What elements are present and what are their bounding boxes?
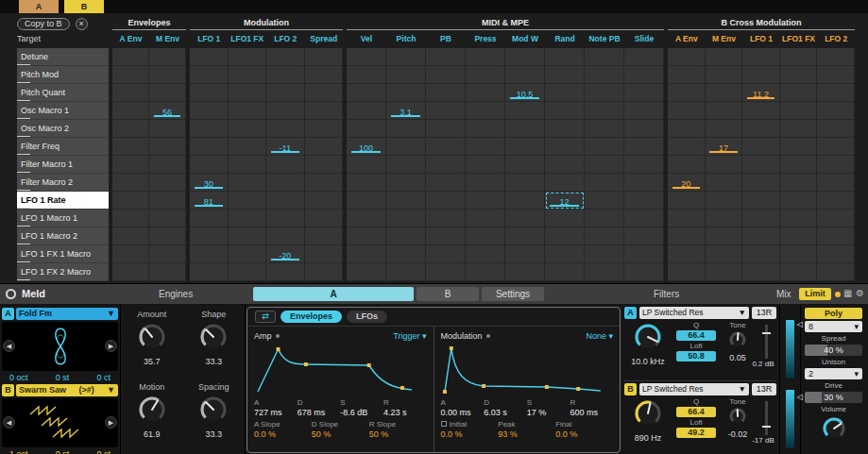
- matrix-cell[interactable]: [229, 227, 267, 245]
- matrix-cell[interactable]: [706, 66, 743, 84]
- filter-b-tone-knob[interactable]: [728, 407, 747, 426]
- matrix-cell[interactable]: [706, 102, 743, 120]
- matrix-cell[interactable]: [466, 227, 505, 245]
- matrix-cell[interactable]: [817, 138, 855, 156]
- matrix-cell[interactable]: [347, 66, 386, 84]
- matrix-row-label[interactable]: Filter Macro 1: [17, 156, 109, 174]
- matrix-cell[interactable]: [780, 66, 818, 84]
- matrix-cell[interactable]: [466, 210, 505, 227]
- matrix-cell[interactable]: [742, 192, 780, 210]
- matrix-cell[interactable]: [426, 192, 466, 210]
- motion-value[interactable]: 61.9: [121, 429, 183, 439]
- initial-toggle-checkbox[interactable]: [441, 421, 447, 427]
- matrix-cell[interactable]: [706, 48, 743, 66]
- matrix-cell[interactable]: [505, 263, 545, 281]
- poly-mode-button[interactable]: Poly: [805, 308, 862, 319]
- osc-b-waveform-display[interactable]: ◀ ▶: [2, 398, 118, 447]
- matrix-cell[interactable]: [149, 174, 186, 192]
- tab-b[interactable]: B: [417, 287, 479, 301]
- matrix-row-label[interactable]: Pitch Quant: [17, 84, 109, 102]
- matrix-cell[interactable]: [817, 227, 855, 245]
- matrix-cell-value[interactable]: 100: [347, 138, 386, 156]
- matrix-cell[interactable]: [585, 192, 624, 210]
- matrix-cell[interactable]: [266, 102, 305, 120]
- slider-handle-icon[interactable]: ◁: [797, 321, 803, 328]
- matrix-cell[interactable]: [386, 84, 426, 102]
- osc-a-octave[interactable]: 0 oct: [9, 372, 28, 384]
- shape-knob[interactable]: [197, 321, 230, 353]
- matrix-cell[interactable]: [545, 66, 585, 84]
- matrix-cell[interactable]: [466, 263, 505, 281]
- matrix-cell-value[interactable]: -20: [266, 245, 305, 263]
- matrix-cell[interactable]: [780, 84, 818, 102]
- matrix-cell[interactable]: [305, 192, 344, 210]
- matrix-cell[interactable]: [466, 245, 505, 263]
- matrix-cell[interactable]: [190, 102, 229, 120]
- matrix-cell[interactable]: [545, 227, 585, 245]
- amp-attack-value[interactable]: 727 ms: [254, 408, 298, 417]
- matrix-cell[interactable]: [305, 102, 344, 120]
- matrix-cell[interactable]: [545, 138, 585, 156]
- mod-target-select[interactable]: None ▾: [586, 331, 613, 341]
- filter-b-q-value[interactable]: 66.4: [676, 407, 716, 417]
- mod-envelope-graph[interactable]: [441, 343, 614, 395]
- matrix-cell[interactable]: [706, 263, 743, 281]
- tab-lfos[interactable]: LFOs: [347, 311, 387, 323]
- final-value[interactable]: 0.0 %: [555, 429, 613, 439]
- matrix-cell[interactable]: [190, 156, 229, 174]
- matrix-cell[interactable]: [505, 102, 545, 120]
- volume-knob[interactable]: [821, 415, 847, 442]
- matrix-cell[interactable]: [229, 84, 267, 102]
- matrix-cell[interactable]: [466, 84, 505, 102]
- matrix-cell[interactable]: [742, 102, 780, 120]
- matrix-cell[interactable]: [426, 263, 466, 281]
- matrix-cell[interactable]: [668, 138, 706, 156]
- matrix-cell[interactable]: [668, 227, 706, 245]
- matrix-cell[interactable]: [229, 102, 267, 120]
- matrix-cell[interactable]: [668, 120, 706, 138]
- matrix-cell[interactable]: [585, 84, 624, 102]
- matrix-cell[interactable]: [149, 48, 186, 66]
- matrix-cell[interactable]: [780, 102, 818, 120]
- matrix-cell[interactable]: [229, 245, 267, 263]
- matrix-cell[interactable]: [706, 174, 743, 192]
- matrix-cell[interactable]: [112, 245, 149, 263]
- matrix-cell[interactable]: [190, 84, 229, 102]
- osc-b-engine-select[interactable]: Swarm Saw (>#) ▼: [16, 384, 118, 396]
- osc-a-cents[interactable]: 0 ct: [96, 372, 111, 384]
- matrix-cell[interactable]: [347, 210, 386, 227]
- matrix-cell[interactable]: [305, 66, 344, 84]
- matrix-cell[interactable]: [817, 263, 855, 281]
- matrix-cell[interactable]: [386, 227, 426, 245]
- matrix-cell[interactable]: [668, 102, 706, 120]
- matrix-cell[interactable]: [305, 120, 344, 138]
- matrix-cell[interactable]: [742, 138, 780, 156]
- matrix-cell[interactable]: [426, 84, 466, 102]
- matrix-cell[interactable]: [229, 66, 267, 84]
- a-slope-value[interactable]: 0.0 %: [254, 429, 312, 439]
- matrix-cell[interactable]: [505, 227, 545, 245]
- matrix-tab-a[interactable]: A: [19, 0, 59, 13]
- matrix-cell[interactable]: [426, 156, 466, 174]
- matrix-cell[interactable]: [347, 192, 386, 210]
- amp-decay-value[interactable]: 678 ms: [298, 408, 341, 417]
- matrix-cell[interactable]: [817, 120, 855, 138]
- spacing-knob[interactable]: [197, 394, 230, 426]
- matrix-cell[interactable]: [505, 138, 545, 156]
- limit-button[interactable]: Limit: [799, 288, 831, 300]
- matrix-cell[interactable]: [386, 138, 426, 156]
- matrix-cell[interactable]: [266, 120, 305, 138]
- shape-value[interactable]: 33.3: [183, 357, 246, 366]
- matrix-cell[interactable]: [347, 120, 386, 138]
- matrix-cell[interactable]: [190, 138, 229, 156]
- matrix-cell[interactable]: [229, 192, 267, 210]
- spread-slider[interactable]: 40 %: [805, 345, 862, 356]
- matrix-cell[interactable]: [190, 48, 229, 66]
- tab-envelopes[interactable]: Envelopes: [281, 311, 342, 323]
- matrix-cell[interactable]: [780, 156, 818, 174]
- matrix-cell[interactable]: [112, 174, 149, 192]
- motion-knob[interactable]: [136, 394, 168, 426]
- matrix-cell[interactable]: [780, 227, 818, 245]
- matrix-cell[interactable]: [112, 263, 149, 281]
- matrix-cell-value[interactable]: 81: [190, 192, 229, 210]
